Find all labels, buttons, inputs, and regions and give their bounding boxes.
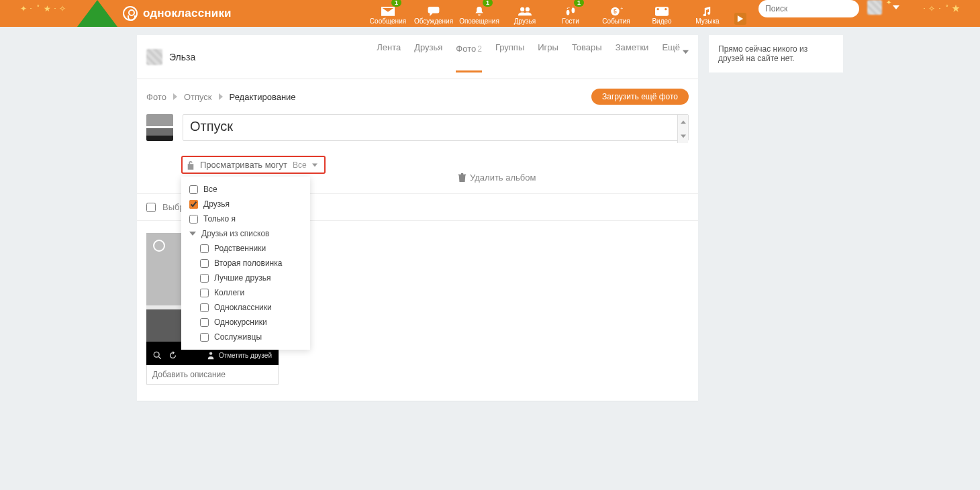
select-all-checkbox[interactable] bbox=[146, 203, 156, 212]
profnav-label: Ещё bbox=[662, 42, 680, 62]
user-menu[interactable]: ✦ bbox=[867, 0, 899, 15]
bell-icon bbox=[473, 7, 486, 16]
nav-label: События bbox=[602, 17, 630, 25]
bc-current: Редактирование bbox=[230, 92, 296, 102]
search-icon[interactable] bbox=[153, 351, 162, 360]
profile-bar: Эльза Лента Друзья Фото2 Группы Игры Тов… bbox=[137, 35, 698, 79]
chat-icon bbox=[427, 7, 440, 16]
priv-list-4[interactable]: Одноклассники bbox=[181, 300, 310, 315]
checkbox[interactable] bbox=[200, 318, 209, 327]
profnav-feed[interactable]: Лента bbox=[377, 42, 401, 71]
nav-notifications[interactable]: 1 Оповещения bbox=[456, 0, 502, 27]
album-title-wrap: Отпуск bbox=[183, 114, 689, 144]
checkbox[interactable] bbox=[189, 185, 198, 194]
envelope-icon bbox=[381, 7, 395, 16]
video-icon bbox=[655, 7, 669, 16]
ok-logo-icon bbox=[123, 6, 138, 21]
tag-friends[interactable]: Отметить друзей bbox=[207, 351, 272, 360]
svg-rect-10 bbox=[655, 7, 669, 15]
profnav-photo[interactable]: Фото2 bbox=[456, 44, 482, 72]
nav-messages[interactable]: 1 Сообщения bbox=[365, 0, 411, 27]
svg-text:+: + bbox=[620, 7, 623, 11]
profnav-groups[interactable]: Группы bbox=[495, 42, 524, 71]
nav-discussions[interactable]: Обсуждения bbox=[411, 0, 456, 27]
privacy-selector[interactable]: Просматривать могут Все Все Друзья Тольк… bbox=[181, 156, 326, 174]
profnav-friends[interactable]: Друзья bbox=[414, 42, 442, 71]
action-label: Удалить альбом bbox=[470, 173, 536, 183]
checkbox[interactable] bbox=[200, 303, 209, 312]
avatar bbox=[867, 0, 882, 15]
profnav-games[interactable]: Игры bbox=[538, 42, 558, 71]
opt-label: Только я bbox=[203, 214, 236, 224]
photo-select-circle[interactable] bbox=[153, 240, 165, 252]
opt-label: Друзья bbox=[203, 199, 230, 209]
rotate-icon[interactable] bbox=[168, 351, 177, 360]
nav-guests[interactable]: 1 Гости bbox=[548, 0, 593, 27]
priv-opt-all[interactable]: Все bbox=[181, 182, 310, 197]
logo-triangle-icon bbox=[77, 0, 117, 27]
checkbox[interactable] bbox=[189, 200, 198, 209]
delete-album[interactable]: Удалить альбом bbox=[458, 173, 536, 183]
checkbox[interactable] bbox=[200, 333, 209, 342]
checkbox[interactable] bbox=[200, 274, 209, 283]
nav-label: Сообщения bbox=[370, 17, 406, 25]
privacy-dropdown: Все Друзья Только я Друзья из списков Ро… bbox=[181, 177, 310, 350]
tag-label: Отметить друзей bbox=[219, 352, 272, 359]
profile-nav: Лента Друзья Фото2 Группы Игры Товары За… bbox=[377, 42, 689, 71]
sparkle-icon: ✦ bbox=[886, 0, 891, 6]
footprints-icon bbox=[564, 7, 577, 16]
chevron-down-icon bbox=[312, 162, 317, 168]
profnav-notes[interactable]: Заметки bbox=[616, 42, 649, 71]
bc-album[interactable]: Отпуск bbox=[184, 92, 212, 102]
spinner-up[interactable] bbox=[678, 115, 688, 129]
chevron-down-icon bbox=[893, 4, 899, 11]
lists-label: Друзья из списков bbox=[201, 229, 269, 238]
priv-list-3[interactable]: Коллеги bbox=[181, 285, 310, 300]
checkbox[interactable] bbox=[200, 244, 209, 253]
profnav-more[interactable]: Ещё bbox=[662, 42, 689, 71]
spinner-down[interactable] bbox=[678, 129, 688, 143]
opt-label: Одноклассники bbox=[214, 303, 272, 312]
avatar bbox=[146, 49, 162, 65]
photo-caption-input[interactable] bbox=[146, 365, 279, 385]
priv-list-1[interactable]: Вторая половинка bbox=[181, 256, 310, 271]
checkbox[interactable] bbox=[200, 259, 209, 268]
profnav-goods[interactable]: Товары bbox=[572, 42, 602, 71]
profnav-label: Фото bbox=[456, 44, 476, 63]
nav-friends[interactable]: Друзья bbox=[502, 0, 548, 27]
priv-opt-onlyme[interactable]: Только я bbox=[181, 211, 310, 226]
upload-more-button[interactable]: Загрузить ещё фото bbox=[591, 89, 689, 105]
priv-opt-friends[interactable]: Друзья bbox=[181, 197, 310, 211]
checkbox[interactable] bbox=[200, 289, 209, 297]
svg-point-14 bbox=[154, 352, 159, 357]
priv-list-6[interactable]: Сослуживцы bbox=[181, 330, 310, 344]
priv-lists-toggle[interactable]: Друзья из списков bbox=[181, 226, 310, 241]
svg-point-3 bbox=[572, 8, 575, 13]
chevron-down-icon bbox=[683, 49, 689, 55]
nav-events[interactable]: 5+ События bbox=[593, 0, 639, 27]
top-nav: 1 Сообщения Обсуждения 1 Оповещения Друз… bbox=[365, 0, 980, 27]
svg-point-15 bbox=[209, 352, 212, 354]
search-input[interactable] bbox=[765, 4, 866, 13]
album-title-input[interactable]: Отпуск bbox=[183, 114, 689, 141]
top-bar: ✦ ･ ﾟ ★ ･ ✧ ･ ✧ ･ ﾟ ★ одноклассники 1 Со… bbox=[0, 0, 980, 27]
nav-music[interactable]: Музыка bbox=[685, 0, 730, 27]
priv-list-2[interactable]: Лучшие друзья bbox=[181, 271, 310, 285]
priv-list-5[interactable]: Однокурсники bbox=[181, 315, 310, 330]
priv-list-0[interactable]: Родственники bbox=[181, 241, 310, 256]
chevron-right-icon bbox=[173, 93, 177, 100]
bc-photo[interactable]: Фото bbox=[146, 92, 166, 102]
album-thumb bbox=[146, 114, 173, 141]
logo[interactable]: одноклассники bbox=[0, 0, 232, 27]
sidebar-widget: Прямо сейчас никого из друзей на сайте н… bbox=[709, 35, 843, 72]
trash-icon bbox=[458, 173, 467, 182]
breadcrumb-row: Фото Отпуск Редактирование Загрузить ещё… bbox=[137, 79, 698, 114]
nav-label: Гости bbox=[562, 17, 579, 25]
svg-point-0 bbox=[520, 7, 524, 11]
nav-video[interactable]: Видео bbox=[639, 0, 685, 27]
search-box[interactable] bbox=[758, 0, 859, 17]
opt-label: Лучшие друзья bbox=[214, 273, 271, 283]
nav-play[interactable] bbox=[730, 0, 750, 27]
checkbox[interactable] bbox=[189, 215, 198, 224]
opt-label: Однокурсники bbox=[214, 317, 267, 327]
